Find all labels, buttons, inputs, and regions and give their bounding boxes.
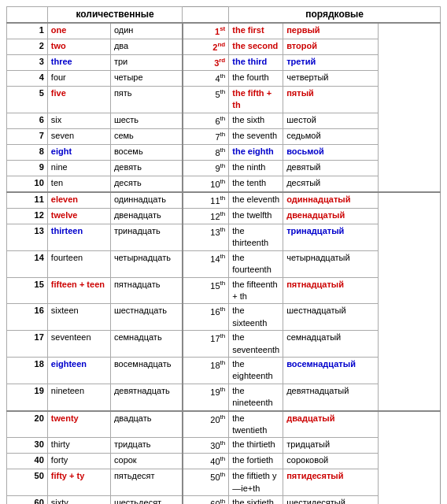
ord-rus: шестой [283, 113, 379, 128]
rus-cardinal: пятьдесят [110, 469, 182, 496]
table-row: 10tenдесять10ththe tenthдесятый [7, 176, 441, 192]
eng-cardinal: three [47, 54, 110, 70]
table-row: 11elevenодиннадцать11ththe eleventhодинн… [7, 192, 441, 209]
table-row: 60sixtyшестьдесят60ththe sixtiethшестиде… [7, 496, 441, 504]
ord-rus: десятый [283, 176, 379, 192]
ord-eng: the tenth [229, 176, 283, 192]
ord-rus: пятый [283, 86, 379, 113]
rus-cardinal: сорок [110, 454, 182, 469]
eng-cardinal: forty [47, 454, 110, 469]
eng-cardinal: nine [47, 160, 110, 176]
ord-num: 13th [183, 224, 229, 251]
eng-cardinal: twelve [47, 209, 110, 224]
eng-cardinal: six [47, 113, 110, 128]
ord-num: 3rd [183, 54, 229, 70]
rus-cardinal: девятнадцать [110, 384, 182, 410]
table-row: 8eightвосемь8ththe eighthвосьмой [7, 144, 441, 160]
num-cell: 19 [7, 384, 48, 410]
table-row: 17seventeenсемнадцать17ththe seventeenth… [7, 331, 441, 358]
ord-num: 40th [183, 454, 229, 469]
eng-cardinal: sixty [47, 496, 110, 504]
rus-cardinal: десять [110, 176, 182, 192]
ord-rus: восемнадцатый [283, 358, 379, 384]
table-row: 12twelveдвенадцать12ththe twelfthдвенадц… [7, 209, 441, 224]
eng-cardinal: thirty [47, 438, 110, 454]
ord-eng: the eighth [229, 144, 283, 160]
ord-rus: первый [283, 23, 379, 39]
rus-cardinal: восемнадцать [110, 358, 182, 384]
ord-num: 12th [183, 209, 229, 224]
rus-cardinal: четыре [110, 70, 182, 86]
eng-cardinal: one [47, 23, 110, 39]
ord-rus: четвертый [283, 70, 379, 86]
ord-rus: шестидесятый [283, 496, 379, 504]
rus-cardinal: тридцать [110, 438, 182, 454]
rus-cardinal: девять [110, 160, 182, 176]
num-cell: 50 [7, 469, 48, 496]
ord-eng: the sixth [229, 113, 283, 128]
num-cell: 60 [7, 496, 48, 504]
rus-cardinal: семь [110, 128, 182, 144]
table-row: 16sixteenшестнадцать16ththe sixteenthшес… [7, 304, 441, 331]
table-row: 50fifty + tyпятьдесят50ththe fiftieth y—… [7, 469, 441, 496]
ord-eng: the fiftieth y—ie+th [229, 469, 283, 496]
ord-eng: the nineteenth [229, 384, 283, 410]
ord-rus: пятидесятый [283, 469, 379, 496]
table-row: 5fiveпять5ththe fifth + thпятый [7, 86, 441, 113]
rus-cardinal: пятнадцать [110, 277, 182, 304]
ord-num: 1st [183, 23, 229, 39]
num-cell: 18 [7, 358, 48, 384]
num-cell: 15 [7, 277, 48, 304]
ord-eng: the fifth + th [229, 86, 283, 113]
ord-num: 17th [183, 331, 229, 358]
ord-rus: одиннадцатый [283, 192, 379, 209]
ord-eng: the twelfth [229, 209, 283, 224]
ord-rus: двенадцатый [283, 209, 379, 224]
rus-cardinal: пять [110, 86, 182, 113]
num-cell: 13 [7, 224, 48, 251]
header-quantity: количественные [47, 7, 182, 23]
ord-eng: the third [229, 54, 283, 70]
table-row: 20twentyдвадцать20ththe twentiethдвадцат… [7, 411, 441, 438]
eng-cardinal: ten [47, 176, 110, 192]
ord-rus: четырнадцатый [283, 250, 379, 277]
eng-cardinal: seventeen [47, 331, 110, 358]
num-cell: 9 [7, 160, 48, 176]
table-row: 18eighteenвосемнадцать18ththe eighteenth… [7, 358, 441, 384]
ord-rus: второй [283, 39, 379, 54]
eng-cardinal: eight [47, 144, 110, 160]
table-row: 15fifteen + teenпятнадцать15ththe fiftee… [7, 277, 441, 304]
ord-rus: семнадцатый [283, 331, 379, 358]
rus-cardinal: три [110, 54, 182, 70]
table-row: 1oneодин1stthe firstпервый [7, 23, 441, 39]
num-cell: 30 [7, 438, 48, 454]
num-cell: 16 [7, 304, 48, 331]
ord-num: 7th [183, 128, 229, 144]
table-row: 30thirtyтридцать30ththe thirtiethтридцат… [7, 438, 441, 454]
table-row: 4fourчетыре4ththe fourthчетвертый [7, 70, 441, 86]
rus-cardinal: два [110, 39, 182, 54]
page: количественные порядковые 1oneодин1stthe… [0, 0, 447, 504]
num-cell: 5 [7, 86, 48, 113]
ord-num: 5th [183, 86, 229, 113]
ord-num: 6th [183, 113, 229, 128]
ord-num: 15th [183, 277, 229, 304]
num-cell: 40 [7, 454, 48, 469]
table-row: 40fortyсорок40ththe fortiethсороковой [7, 454, 441, 469]
ord-rus: восьмой [283, 144, 379, 160]
table-row: 7sevenсемь7ththe seventhседьмой [7, 128, 441, 144]
table-row: 3threeтри3rdthe thirdтретий [7, 54, 441, 70]
ord-eng: the fourth [229, 70, 283, 86]
ord-num: 16th [183, 304, 229, 331]
eng-cardinal: fifty + ty [47, 469, 110, 496]
ord-num: 14th [183, 250, 229, 277]
ord-num: 60th [183, 496, 229, 504]
ord-num: 50th [183, 469, 229, 496]
ord-eng: the fourteenth [229, 250, 283, 277]
num-cell: 8 [7, 144, 48, 160]
eng-cardinal: sixteen [47, 304, 110, 331]
num-cell: 14 [7, 250, 48, 277]
table-row: 14fourteenчетырнадцать14ththe fourteenth… [7, 250, 441, 277]
table-row: 19nineteenдевятнадцать19ththe nineteenth… [7, 384, 441, 410]
ord-num: 18th [183, 358, 229, 384]
